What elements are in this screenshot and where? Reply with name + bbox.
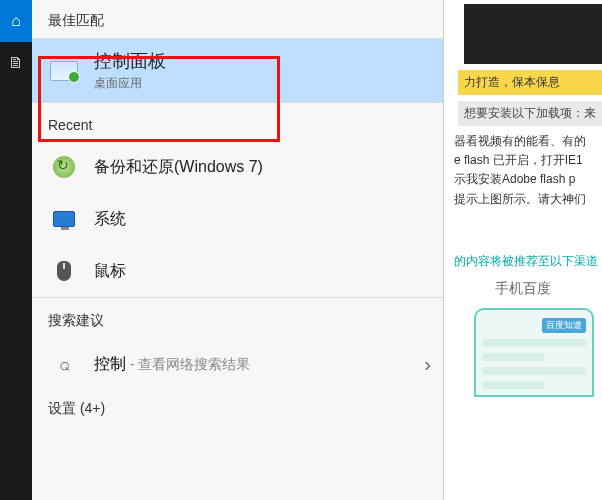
background-webpage: 力打造，保本保息 想要安装以下加载项：来 器看视频有的能看、有的 e flash… <box>444 0 602 500</box>
recent-backup-restore[interactable]: 备份和还原(Windows 7) <box>32 141 443 193</box>
bg-phone-title: 手机百度 <box>444 280 602 298</box>
bg-grey-infobar: 想要安装以下加载项：来 <box>458 101 602 126</box>
recent-item-label: 备份和还原(Windows 7) <box>94 157 263 178</box>
recent-item-label: 鼠标 <box>94 261 126 282</box>
settings-more[interactable]: 设置 (4+) <box>32 390 443 428</box>
section-recent: Recent <box>32 102 443 141</box>
backup-restore-icon <box>48 151 80 183</box>
control-panel-icon <box>48 55 80 87</box>
mouse-icon <box>48 255 80 287</box>
bg-dark-thumb <box>464 4 602 64</box>
bg-text-line: 提示上图所示。请大神们 <box>444 190 602 209</box>
bg-yellow-banner: 力打造，保本保息 <box>458 70 602 95</box>
web-search-suggestion[interactable]: ⌕ 控制 - 查看网络搜索结果 › <box>32 338 443 390</box>
recent-mouse[interactable]: 鼠标 <box>32 245 443 297</box>
bg-text-line: 示我安装Adobe flash p <box>444 170 602 189</box>
search-icon: ⌕ <box>48 348 80 380</box>
recent-item-label: 系统 <box>94 209 126 230</box>
section-suggestions: 搜索建议 <box>32 297 443 338</box>
rail-home-icon[interactable]: ⌂ <box>0 0 32 42</box>
bg-text-line: 器看视频有的能看、有的 <box>444 132 602 151</box>
window-left-rail: ⌂ 🗎 <box>0 0 32 500</box>
rail-doc-icon[interactable]: 🗎 <box>0 42 32 84</box>
result-subtitle: 桌面应用 <box>94 75 166 92</box>
system-icon <box>48 203 80 235</box>
chevron-right-icon: › <box>424 353 431 376</box>
bg-text-line: e flash 已开启，打开IE1 <box>444 151 602 170</box>
recent-system[interactable]: 系统 <box>32 193 443 245</box>
start-search-panel: 最佳匹配 控制面板 桌面应用 Recent 备份和还原(Windows 7) 系… <box>32 0 444 500</box>
result-title: 控制面板 <box>94 49 166 73</box>
result-control-panel[interactable]: 控制面板 桌面应用 <box>32 39 443 102</box>
bg-phone-mock: 百度知道 <box>474 308 594 397</box>
section-best-match: 最佳匹配 <box>32 0 443 39</box>
bg-teal-link: 的内容将被推荐至以下渠道 <box>444 249 602 274</box>
suggestion-text: 控制 - 查看网络搜索结果 <box>94 354 250 375</box>
